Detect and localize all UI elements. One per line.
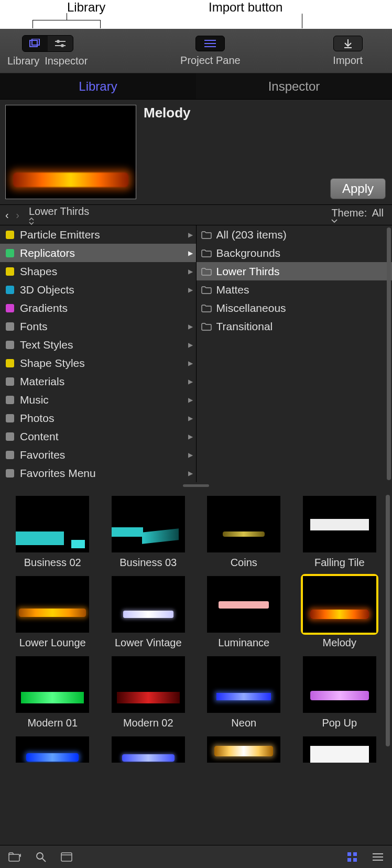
library-inspector-segmented [22, 35, 73, 52]
category-row[interactable]: Favorites▶ [0, 446, 196, 464]
category-label: Fonts [20, 320, 184, 333]
browser-columns: Particle Emitters▶Replicators▶Shapes▶3D … [0, 225, 392, 482]
category-row[interactable]: Particle Emitters▶ [0, 225, 196, 244]
grid-item[interactable] [103, 734, 194, 765]
grid-item[interactable]: Melody [295, 574, 385, 649]
import-button[interactable] [333, 36, 363, 51]
inspector-toolbar-label: Inspector [45, 55, 88, 67]
grid-item[interactable]: Falling Tile [295, 494, 385, 569]
subcategory-row[interactable]: Mattes [197, 280, 393, 299]
category-row[interactable]: Shape Styles▶ [0, 354, 196, 372]
inspector-button[interactable] [48, 36, 73, 51]
grid-item[interactable]: Luminance [199, 574, 289, 649]
subcategory-column[interactable]: All (203 items)BackgroundsLower ThirdsMa… [197, 225, 393, 482]
category-row[interactable]: Favorites Menu▶ [0, 464, 196, 482]
category-column[interactable]: Particle Emitters▶Replicators▶Shapes▶3D … [0, 225, 197, 482]
category-row[interactable]: Content▶ [0, 427, 196, 446]
svg-rect-18 [6, 359, 14, 367]
category-label: Shapes [20, 265, 184, 278]
tab-inspector[interactable]: Inspector [196, 73, 392, 99]
svg-rect-15 [6, 304, 14, 312]
list-view-button[interactable] [372, 853, 384, 861]
apply-button[interactable]: Apply [330, 178, 386, 199]
category-row[interactable]: 3D Objects▶ [0, 280, 196, 299]
svg-rect-0 [30, 40, 37, 47]
subcategory-label: Lower Thirds [216, 265, 389, 278]
thumbnail-grid[interactable]: Business 02Business 03CoinsFalling TileL… [7, 494, 385, 765]
split-handle[interactable] [0, 482, 392, 489]
breadcrumb-popup[interactable]: Lower Thirds [29, 205, 326, 225]
icon-view-button[interactable] [347, 852, 357, 862]
subcategory-label: All (203 items) [216, 229, 389, 241]
grid-item[interactable]: Coins [199, 494, 289, 569]
grid-thumbnail [207, 576, 280, 633]
folder-icon [201, 266, 212, 277]
fonts-icon [4, 321, 16, 332]
grid-item[interactable]: Lower Vintage [103, 574, 194, 649]
svg-rect-20 [6, 396, 14, 404]
annotation-import-label: Import button [209, 0, 282, 15]
grid-item[interactable]: Lower Lounge [7, 574, 98, 649]
materials-icon [4, 376, 16, 387]
svg-rect-32 [347, 852, 351, 856]
category-row[interactable]: Shapes▶ [0, 262, 196, 280]
folder-icon [201, 247, 212, 259]
grid-item[interactable] [7, 734, 98, 765]
folder-icon [201, 321, 212, 332]
subcategory-row[interactable]: Miscellaneous [197, 299, 393, 317]
folder-icon [201, 284, 212, 296]
subcategory-row[interactable]: All (203 items) [197, 225, 393, 244]
scrollbar[interactable] [387, 227, 391, 480]
particle-emitters-icon [4, 229, 16, 241]
grid-item[interactable] [295, 734, 385, 765]
category-row[interactable]: Materials▶ [0, 372, 196, 390]
grid-item-label: Falling Tile [314, 557, 365, 569]
chevron-right-icon: ▶ [188, 249, 193, 257]
favorites-icon [4, 449, 16, 461]
tab-library[interactable]: Library [0, 73, 196, 99]
nav-back-button[interactable]: ‹ [5, 209, 9, 221]
subcategory-row[interactable]: Lower Thirds [197, 262, 393, 280]
scrollbar[interactable] [386, 495, 390, 746]
grid-thumbnail [112, 656, 185, 713]
subcategory-row[interactable]: Backgrounds [197, 244, 393, 262]
project-pane-button[interactable] [195, 36, 225, 51]
svg-line-29 [42, 859, 46, 862]
grid-item[interactable] [199, 734, 289, 765]
project-pane-label: Project Pane [180, 55, 241, 67]
search-icon[interactable] [36, 852, 46, 862]
svg-rect-25 [9, 854, 19, 861]
preview-thumbnail [5, 105, 136, 199]
grid-item[interactable]: Modern 01 [7, 654, 98, 729]
grid-thumbnail [207, 736, 280, 763]
new-window-icon[interactable] [61, 852, 72, 862]
category-row[interactable]: Music▶ [0, 390, 196, 409]
library-button[interactable] [23, 36, 48, 51]
category-row[interactable]: Photos▶ [0, 409, 196, 427]
annotation-library-label: Library [67, 0, 105, 15]
grid-thumbnail [207, 656, 280, 713]
category-row[interactable]: Fonts▶ [0, 317, 196, 335]
theme-popup[interactable]: Theme: All [331, 207, 387, 223]
grid-item-label: Lower Vintage [115, 637, 182, 649]
grid-item-label: Melody [323, 637, 356, 649]
grid-item[interactable]: Business 03 [103, 494, 194, 569]
grid-thumbnail [16, 736, 89, 763]
preview-title: Melody [144, 105, 386, 121]
category-row[interactable]: Gradients [0, 299, 196, 317]
grid-item[interactable]: Neon [199, 654, 289, 729]
nav-forward-button[interactable]: › [16, 209, 19, 221]
category-row[interactable]: Replicators▶ [0, 244, 196, 262]
subcategory-row[interactable]: Transitional [197, 317, 393, 335]
footer-toolbar [0, 845, 392, 868]
grid-item[interactable]: Business 02 [7, 494, 98, 569]
category-label: Favorites Menu [20, 467, 184, 480]
category-label: Text Styles [20, 339, 184, 351]
grid-item[interactable]: Pop Up [295, 654, 385, 729]
category-row[interactable]: Text Styles▶ [0, 335, 196, 354]
category-label: Photos [20, 412, 184, 425]
grid-thumbnail [303, 736, 376, 763]
grid-item[interactable]: Modern 02 [103, 654, 194, 729]
chevron-right-icon: ▶ [188, 323, 193, 330]
folder-add-icon[interactable] [8, 852, 21, 862]
